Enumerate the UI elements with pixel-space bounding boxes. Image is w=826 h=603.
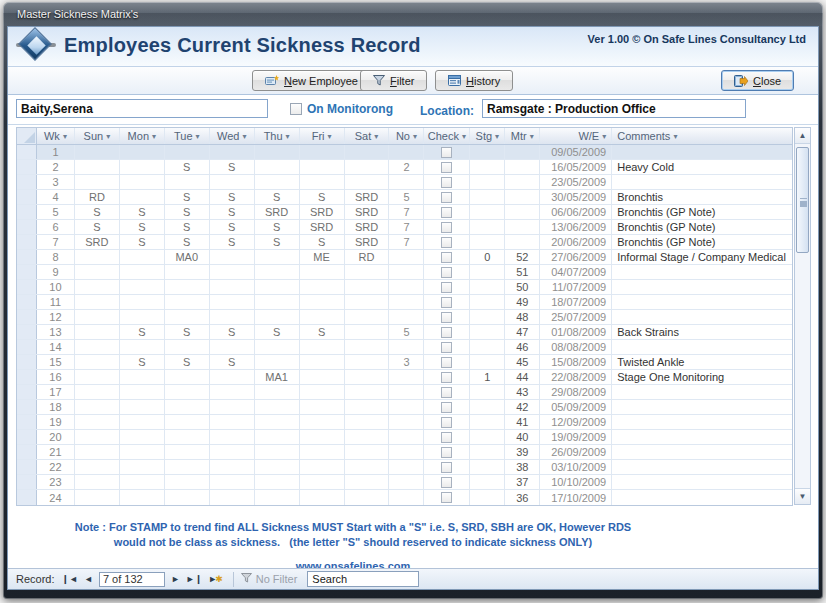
cell-sun[interactable] (75, 325, 120, 339)
cell-wk[interactable]: 5 (37, 205, 75, 219)
cell-check[interactable] (424, 325, 470, 339)
cell-wed[interactable]: S (210, 160, 255, 174)
cell-comments[interactable] (612, 430, 792, 444)
cell-mtr[interactable]: 48 (505, 310, 540, 324)
check-checkbox[interactable] (441, 447, 452, 458)
cell-wed[interactable] (210, 310, 255, 324)
cell-sun[interactable]: SRD (75, 235, 120, 249)
cell-sun[interactable] (75, 445, 120, 459)
first-record-icon[interactable]: ❙◄ (59, 574, 81, 584)
cell-comments[interactable] (612, 175, 792, 189)
cell-we[interactable]: 08/08/2009 (540, 340, 612, 354)
cell-mon[interactable] (120, 190, 165, 204)
cell-comments[interactable] (612, 340, 792, 354)
row-selector[interactable] (17, 340, 37, 354)
cell-wed[interactable] (210, 385, 255, 399)
cell-wed[interactable] (210, 400, 255, 414)
cell-mon[interactable]: S (120, 325, 165, 339)
cell-mon[interactable]: S (120, 220, 165, 234)
cell-wed[interactable] (210, 340, 255, 354)
cell-we[interactable]: 22/08/2009 (540, 370, 612, 384)
cell-wed[interactable] (210, 370, 255, 384)
row-selector[interactable] (17, 400, 37, 414)
cell-thu[interactable] (255, 280, 300, 294)
cell-we[interactable]: 12/09/2009 (540, 415, 612, 429)
cell-stg[interactable] (470, 475, 505, 489)
cell-fri[interactable] (300, 175, 345, 189)
cell-mtr[interactable]: 50 (505, 280, 540, 294)
cell-thu[interactable]: S (255, 220, 300, 234)
cell-sun[interactable] (75, 475, 120, 489)
row-selector[interactable] (17, 415, 37, 429)
cell-comments[interactable] (612, 460, 792, 474)
check-checkbox[interactable] (441, 252, 452, 263)
cell-sat[interactable]: SRD (345, 235, 390, 249)
row-selector[interactable] (17, 475, 37, 489)
check-checkbox[interactable] (441, 297, 452, 308)
column-header-we[interactable]: W/E▾ (540, 128, 612, 144)
cell-mtr[interactable]: 44 (505, 370, 540, 384)
cell-check[interactable] (424, 250, 470, 264)
cell-sat[interactable] (345, 400, 390, 414)
check-checkbox[interactable] (441, 342, 452, 353)
new-employee-button[interactable]: New Employee (252, 70, 371, 91)
cell-stg[interactable] (470, 355, 505, 369)
cell-tue[interactable] (165, 415, 210, 429)
column-header-mtr[interactable]: Mtr▾ (505, 128, 540, 144)
cell-comments[interactable] (612, 475, 792, 489)
column-header-wk[interactable]: Wk▾ (37, 128, 75, 144)
cell-we[interactable]: 13/06/2009 (540, 220, 612, 234)
row-selector[interactable] (17, 175, 37, 189)
cell-we[interactable]: 23/05/2009 (540, 175, 612, 189)
cell-wk[interactable]: 16 (37, 370, 75, 384)
cell-we[interactable]: 06/06/2009 (540, 205, 612, 219)
check-checkbox[interactable] (441, 177, 452, 188)
cell-stg[interactable] (470, 340, 505, 354)
cell-mtr[interactable]: 45 (505, 355, 540, 369)
cell-thu[interactable] (255, 385, 300, 399)
cell-sun[interactable] (75, 295, 120, 309)
row-selector[interactable] (17, 235, 37, 249)
cell-we[interactable]: 25/07/2009 (540, 310, 612, 324)
cell-sat[interactable] (345, 370, 390, 384)
row-selector[interactable] (17, 385, 37, 399)
cell-check[interactable] (424, 265, 470, 279)
cell-sun[interactable] (75, 490, 120, 505)
cell-mtr[interactable] (505, 235, 540, 249)
cell-thu[interactable] (255, 400, 300, 414)
cell-wk[interactable]: 4 (37, 190, 75, 204)
cell-stg[interactable] (470, 430, 505, 444)
cell-comments[interactable]: Informal Stage / Company Medical (612, 250, 792, 264)
row-selector[interactable] (17, 220, 37, 234)
cell-wed[interactable] (210, 460, 255, 474)
cell-no[interactable] (389, 145, 424, 159)
cell-mtr[interactable]: 49 (505, 295, 540, 309)
column-dropdown-icon[interactable]: ▾ (327, 132, 331, 141)
cell-mon[interactable]: S (120, 235, 165, 249)
cell-mon[interactable] (120, 475, 165, 489)
row-selector[interactable] (17, 460, 37, 474)
row-selector[interactable] (17, 160, 37, 174)
cell-mon[interactable] (120, 385, 165, 399)
cell-sun[interactable] (75, 460, 120, 474)
no-filter-button[interactable]: No Filter (241, 573, 298, 585)
cell-comments[interactable] (612, 280, 792, 294)
cell-comments[interactable] (612, 295, 792, 309)
cell-sat[interactable] (345, 160, 390, 174)
cell-mon[interactable] (120, 430, 165, 444)
cell-mtr[interactable] (505, 160, 540, 174)
cell-stg[interactable] (470, 460, 505, 474)
cell-no[interactable] (389, 280, 424, 294)
cell-fri[interactable] (300, 145, 345, 159)
cell-mon[interactable] (120, 460, 165, 474)
check-checkbox[interactable] (441, 147, 452, 158)
cell-fri[interactable] (300, 310, 345, 324)
column-dropdown-icon[interactable]: ▾ (196, 132, 200, 141)
cell-wk[interactable]: 11 (37, 295, 75, 309)
cell-no[interactable] (389, 400, 424, 414)
cell-mtr[interactable]: 36 (505, 490, 540, 505)
cell-wk[interactable]: 1 (37, 145, 75, 159)
cell-we[interactable]: 16/05/2009 (540, 160, 612, 174)
cell-fri[interactable] (300, 490, 345, 505)
cell-tue[interactable]: S (165, 325, 210, 339)
